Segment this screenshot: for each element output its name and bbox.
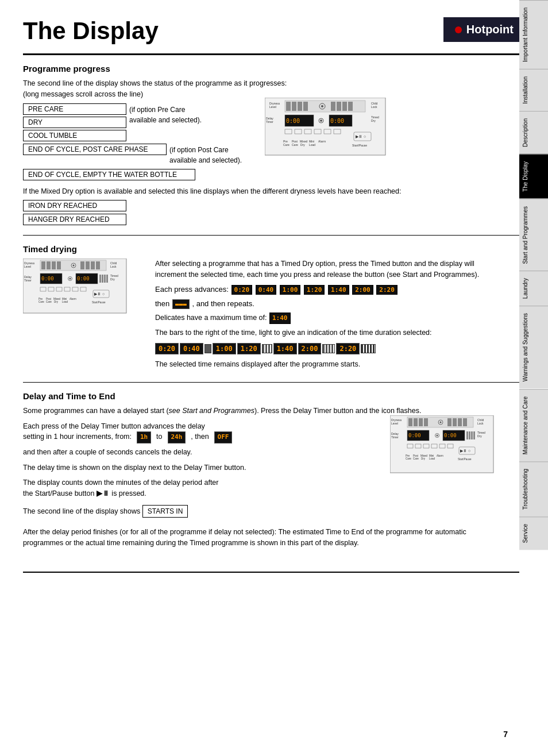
svg-text:Timer: Timer — [24, 279, 32, 282]
svg-rect-104 — [458, 418, 462, 426]
then-repeats-row: then ▬▬▬ , and then repeats. — [155, 299, 496, 309]
sidebar-tab-troubleshooting[interactable]: Troubleshooting — [519, 461, 548, 516]
svg-point-53 — [73, 265, 75, 267]
delay-time-title: Delay and Time to End — [23, 391, 496, 401]
delay-text-col: Each press of the Delay Timer button adv… — [23, 421, 373, 521]
svg-text:Care: Care — [292, 143, 298, 146]
delay-para3: The delay time is shown on the display n… — [23, 462, 373, 473]
svg-text:Lock: Lock — [110, 265, 117, 268]
sidebar-tab-warnings[interactable]: Warnings and Suggestions — [519, 306, 548, 388]
timed-drying-section: Timed drying Dryness Level Child Lock — [0, 236, 519, 382]
svg-text:Dry: Dry — [421, 457, 426, 460]
svg-rect-97 — [414, 418, 418, 426]
display-diagram-container: Dryness Level Child Lock — [265, 98, 496, 160]
svg-rect-116 — [466, 431, 468, 439]
time-100: 1:00 — [280, 285, 301, 295]
svg-point-9 — [321, 105, 323, 107]
svg-rect-10 — [331, 102, 335, 111]
hotpoint-logo: Hotpoint — [443, 17, 525, 42]
svg-rect-103 — [453, 418, 457, 426]
svg-text:Dry: Dry — [300, 143, 305, 146]
sidebar-tab-maintenance[interactable]: Maintenance and Care — [519, 389, 548, 461]
time-advances-row: Each press advances: 0:20 0:40 1:00 1:20… — [155, 285, 496, 295]
timed-device-svg: Dryness Level Child Lock Delay Timer 0:0… — [23, 259, 129, 316]
then-label: then — [155, 299, 172, 308]
svg-text:Dry: Dry — [54, 300, 59, 303]
hanger-dry-box: HANGER DRY REACHED — [23, 214, 126, 225]
logo-dot — [455, 26, 462, 33]
svg-rect-105 — [463, 418, 467, 426]
t6: 2:00 — [298, 343, 322, 354]
sidebar-tab-important[interactable]: Important Information — [519, 0, 548, 69]
sidebar: Important Information Installation Descr… — [519, 0, 548, 756]
delay-device-col: Dryness Level Child Lock Delay Timer 0:0… — [390, 415, 496, 477]
svg-text:Timer: Timer — [391, 435, 399, 439]
t1: 0:20 — [155, 343, 179, 354]
sidebar-tab-display[interactable]: The Display — [519, 154, 548, 199]
sidebar-tab-description[interactable]: Description — [519, 111, 548, 154]
bar1 — [204, 344, 211, 353]
svg-point-113 — [437, 434, 438, 436]
off-badge: OFF — [214, 431, 233, 443]
time-040: 0:40 — [256, 285, 277, 295]
display-diagram-svg: Dryness Level Child Lock — [265, 98, 391, 158]
svg-text:0:00: 0:00 — [41, 276, 54, 281]
svg-point-21 — [320, 119, 322, 122]
timed-content: Dryness Level Child Lock Delay Timer 0:0… — [23, 259, 496, 373]
svg-text:Dry: Dry — [110, 277, 115, 281]
time-220: 2:20 — [376, 285, 398, 295]
page-number: 7 — [503, 730, 508, 739]
timed-right-col: After selecting a programme that has a T… — [155, 259, 496, 373]
t7: 2:20 — [336, 343, 360, 354]
programme-boxes: PRE CARE DRY COOL TUMBLE — [23, 103, 126, 142]
svg-rect-68 — [99, 275, 101, 283]
prog-box-end-post: END OF CYCLE, POST CARE PHASE — [23, 144, 167, 155]
bottom-divider — [23, 572, 519, 573]
bar2 — [262, 344, 272, 353]
svg-text:0:00: 0:00 — [77, 276, 90, 281]
svg-rect-11 — [337, 102, 341, 111]
svg-text:Alarm: Alarm — [318, 140, 326, 143]
programme-content: PRE CARE DRY COOL TUMBLE (if option Pre … — [23, 103, 496, 182]
starts-in-box: STARTS IN — [142, 505, 188, 518]
svg-rect-54 — [80, 261, 84, 269]
svg-text:Dry: Dry — [371, 119, 376, 122]
time-200: 2:00 — [352, 285, 373, 295]
sidebar-tab-laundry[interactable]: Laundry — [519, 271, 548, 306]
sidebar-tab-service[interactable]: Service — [519, 516, 548, 550]
svg-text:0:00: 0:00 — [330, 118, 344, 124]
time-140: 1:40 — [328, 285, 349, 295]
svg-rect-50 — [52, 261, 56, 269]
programme-progress-title: Programme progress — [23, 64, 496, 74]
time-120: 1:20 — [304, 285, 325, 295]
timed-drying-title: Timed drying — [23, 244, 496, 254]
svg-rect-48 — [41, 261, 45, 269]
time-020: 0:20 — [231, 285, 253, 295]
delicates-time: 1:40 — [269, 313, 291, 325]
svg-rect-99 — [424, 418, 428, 426]
svg-rect-5 — [292, 102, 296, 111]
post-care-annotation: (if option Post Careavailable and select… — [169, 145, 242, 165]
sidebar-tab-installation[interactable]: Installation — [519, 69, 548, 111]
svg-rect-7 — [303, 102, 308, 111]
svg-rect-70 — [104, 275, 106, 283]
delay-device-svg: Dryness Level Child Lock Delay Timer 0:0… — [390, 415, 496, 476]
mixed-dry-boxes: IRON DRY REACHED HANGER DRY REACHED — [23, 200, 496, 226]
prog-box-end-water: END OF CYCLE, EMPTY THE WATER BOTTLE — [23, 169, 195, 180]
sidebar-tab-start[interactable]: Start and Programmes — [519, 199, 548, 271]
delay-para6: After the delay period finishes (or for … — [23, 527, 496, 549]
svg-text:0:00: 0:00 — [408, 433, 421, 438]
svg-rect-57 — [96, 261, 100, 269]
to-badge: 24h — [168, 431, 186, 443]
programme-progress-intro: The second line of the display shows the… — [23, 78, 496, 100]
delay-para5: The second line of the display shows STA… — [23, 503, 373, 518]
pre-care-annotation: (if option Pre Careavailable and selecte… — [129, 105, 202, 125]
prog-box-precare: PRE CARE — [23, 103, 126, 115]
svg-text:Load: Load — [429, 457, 435, 460]
svg-rect-56 — [91, 261, 95, 269]
header: The Display Hotpoint — [0, 0, 548, 51]
svg-point-101 — [440, 421, 442, 423]
programme-list: PRE CARE DRY COOL TUMBLE (if option Pre … — [23, 103, 242, 182]
then-box: ▬▬▬ — [172, 299, 190, 309]
page-title: The Display — [23, 17, 159, 45]
